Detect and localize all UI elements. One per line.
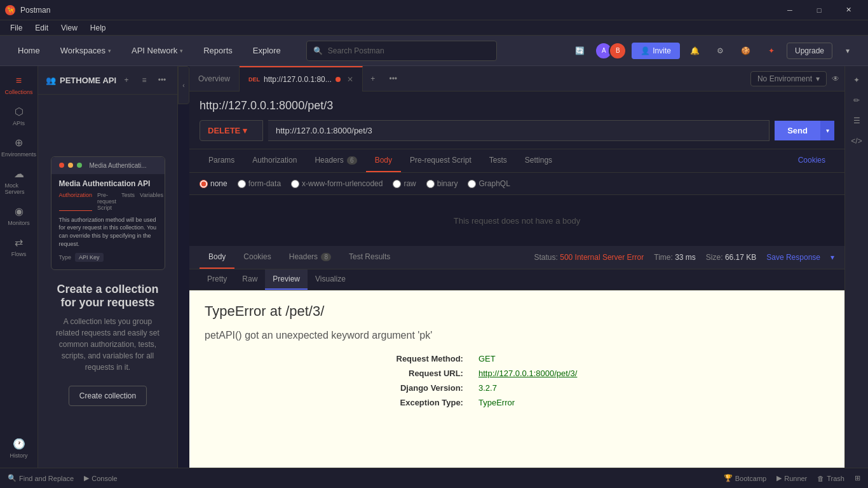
- res-tab-headers[interactable]: Headers 8: [280, 246, 340, 269]
- res-tab-test-results[interactable]: Test Results: [340, 246, 399, 269]
- avatar-2[interactable]: B: [609, 42, 627, 60]
- tab-request-active[interactable]: DEL http://127.0.0.1:80... ✕: [240, 66, 363, 92]
- menu-edit[interactable]: Edit: [30, 22, 53, 34]
- top-nav: Home Workspaces ▾ API Network ▾ Reports …: [0, 36, 868, 66]
- edit-btn[interactable]: ✏: [848, 92, 865, 109]
- sidebar-more-btn[interactable]: •••: [154, 72, 170, 88]
- sidebar-item-apis[interactable]: ⬡ APIs: [3, 102, 36, 130]
- nav-workspaces[interactable]: Workspaces ▾: [53, 42, 119, 59]
- save-response-dropdown[interactable]: ▾: [831, 253, 834, 262]
- search-bar[interactable]: 🔍 Search Postman: [306, 41, 497, 61]
- time-value: 33 ms: [675, 253, 696, 262]
- nav-explore[interactable]: Explore: [245, 42, 288, 59]
- settings-btn[interactable]: ⚙: [710, 41, 731, 61]
- sidebar-item-monitors[interactable]: ◉ Monitors: [3, 201, 36, 230]
- req-tab-headers[interactable]: Headers 6: [306, 149, 365, 172]
- code-btn[interactable]: </>: [848, 132, 865, 150]
- invite-btn[interactable]: 👤 Invite: [632, 43, 680, 59]
- type-label: Type: [59, 254, 72, 261]
- method-dropdown[interactable]: DELETE ▾: [200, 120, 263, 141]
- tab-more-btn[interactable]: •••: [383, 66, 403, 92]
- menu-file[interactable]: File: [5, 22, 27, 34]
- option-binary[interactable]: binary: [426, 179, 458, 188]
- sort-btn[interactable]: ≡: [137, 72, 152, 88]
- body-options: none form-data x-www-form-urlencoded raw…: [189, 173, 844, 195]
- expand-btn[interactable]: ▾: [837, 41, 858, 61]
- sidebar-item-history[interactable]: 🕐 History: [3, 434, 36, 463]
- req-tab-authorization[interactable]: Authorization: [243, 149, 306, 172]
- option-graphql[interactable]: GraphQL: [468, 179, 510, 188]
- menu-help[interactable]: Help: [85, 22, 111, 34]
- sync-btn[interactable]: 🔄: [569, 41, 590, 61]
- sidebar-item-mock-servers[interactable]: ☁ Mock Servers: [3, 164, 36, 199]
- trash-btn[interactable]: 🗑 Trash: [817, 475, 844, 482]
- auth-tab: Authorization: [59, 192, 93, 211]
- nav-reports[interactable]: Reports: [196, 42, 240, 59]
- create-collection-button[interactable]: Create collection: [69, 386, 147, 406]
- minimize-btn[interactable]: ─: [775, 0, 804, 20]
- sidebar-item-environments[interactable]: ⊕ Environments: [3, 133, 36, 161]
- option-none[interactable]: none: [200, 179, 227, 188]
- app-icon: 🦮: [5, 5, 15, 15]
- new-collection-btn[interactable]: +: [119, 72, 134, 88]
- maximize-btn[interactable]: □: [804, 0, 834, 20]
- env-eye-btn[interactable]: 👁: [832, 74, 839, 83]
- sidebar-item-flows[interactable]: ⇄ Flows: [3, 233, 36, 261]
- notification-btn[interactable]: 🔔: [685, 41, 705, 61]
- req-tab-cookies[interactable]: Cookies: [789, 149, 834, 172]
- sidebar-item-collections[interactable]: ≡ Collections: [3, 71, 36, 99]
- req-tab-tests[interactable]: Tests: [480, 149, 516, 172]
- res-tab-body[interactable]: Body: [200, 246, 234, 269]
- option-raw[interactable]: raw: [393, 179, 416, 188]
- menu-view[interactable]: View: [56, 22, 83, 34]
- postman-icon-btn[interactable]: ✦: [761, 41, 782, 61]
- res-tab-cookies[interactable]: Cookies: [234, 246, 280, 269]
- preview-tab-raw[interactable]: Raw: [234, 269, 265, 290]
- nav-home[interactable]: Home: [10, 42, 48, 59]
- upgrade-btn[interactable]: Upgrade: [787, 43, 832, 59]
- preview-tab-preview[interactable]: Preview: [265, 269, 308, 290]
- mock-servers-icon: ☁: [14, 168, 24, 180]
- bootcamp-btn[interactable]: 🏆 Bootcamp: [724, 474, 767, 482]
- req-tab-params[interactable]: Params: [200, 149, 243, 172]
- expand-layout-btn[interactable]: ⊞: [855, 474, 860, 482]
- collection-preview-type-row: Type API Key: [59, 253, 157, 262]
- tab-close-btn[interactable]: ✕: [347, 75, 353, 84]
- nav-api-network[interactable]: API Network ▾: [124, 42, 191, 59]
- sidebar-header: 👥 PETHOME API + ≡ •••: [38, 66, 177, 95]
- option-form-data[interactable]: form-data: [238, 179, 281, 188]
- req-tab-settings[interactable]: Settings: [516, 149, 561, 172]
- docs-btn[interactable]: ☰: [848, 112, 865, 130]
- menu-bar: File Edit View Help: [0, 20, 868, 36]
- django-version-label: Django Version:: [205, 381, 473, 395]
- save-response-btn[interactable]: Save Response: [766, 253, 820, 262]
- collection-preview-card: Media Authenticati... Media Authenticati…: [51, 156, 165, 270]
- tab-overview[interactable]: Overview: [189, 66, 240, 92]
- status-value: 500 Internal Server Error: [560, 253, 644, 262]
- close-btn[interactable]: ✕: [834, 0, 863, 20]
- url-input[interactable]: [268, 120, 770, 141]
- find-replace-btn[interactable]: 🔍 Find and Replace: [8, 474, 74, 482]
- preview-tab-pretty[interactable]: Pretty: [200, 269, 234, 290]
- preview-tab-visualize[interactable]: Visualize: [308, 269, 353, 290]
- send-button[interactable]: Send: [775, 121, 820, 140]
- console-btn[interactable]: ▶ Console: [84, 474, 117, 482]
- tab-bar: Overview DEL http://127.0.0.1:80... ✕ + …: [189, 66, 844, 92]
- tab-add-btn[interactable]: +: [363, 66, 383, 92]
- cookie-btn[interactable]: 🍪: [736, 41, 756, 61]
- panel-toggle: ‹: [178, 66, 189, 468]
- response-tab-bar: Body Cookies Headers 8 Test Results Stat…: [189, 246, 844, 269]
- right-tools: ✦ ✏ ☰ </>: [844, 66, 868, 468]
- send-dropdown[interactable]: ▾: [820, 121, 834, 140]
- invite-icon: 👤: [641, 46, 650, 55]
- req-tab-body[interactable]: Body: [366, 149, 401, 172]
- env-dropdown[interactable]: No Environment ▾: [750, 71, 827, 86]
- option-urlencoded[interactable]: x-www-form-urlencoded: [291, 179, 383, 188]
- runner-icon: ▶: [776, 474, 782, 482]
- req-tab-pre-request[interactable]: Pre-request Script: [401, 149, 480, 172]
- magic-wand-btn[interactable]: ✦: [848, 71, 865, 89]
- collapse-panel-btn[interactable]: ‹: [178, 66, 189, 104]
- runner-btn[interactable]: ▶ Runner: [776, 474, 807, 482]
- table-row: Django Version: 3.2.7: [205, 381, 829, 395]
- tab-unsaved-dot: [336, 77, 341, 82]
